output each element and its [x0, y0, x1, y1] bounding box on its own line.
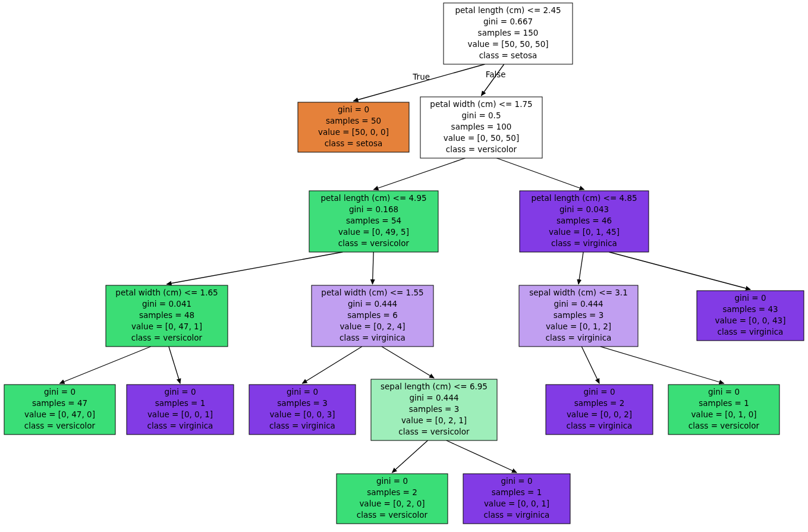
tree-node: sepal length (cm) <= 6.95gini = 0.444sam… [371, 379, 497, 440]
tree-edge [579, 252, 583, 284]
tree-node: petal length (cm) <= 2.45gini = 0.667sam… [444, 3, 573, 64]
tree-node: gini = 0samples = 2value = [0, 0, 2]clas… [546, 385, 653, 435]
tree-edge [60, 347, 151, 383]
tree-edge [373, 252, 374, 284]
tree-edge [447, 440, 517, 473]
tree-edge [303, 347, 362, 383]
tree-edge [374, 158, 466, 190]
edge-label: False [486, 70, 506, 79]
tree-edge [169, 347, 180, 383]
tree-node: petal width (cm) <= 1.75gini = 0.5sample… [420, 97, 542, 158]
tree-edge [496, 158, 584, 190]
tree-node: gini = 0samples = 2value = [0, 2, 0]clas… [337, 474, 448, 524]
tree-edge [392, 440, 428, 473]
tree-edge [601, 347, 724, 383]
tree-node: petal width (cm) <= 1.55gini = 0.444samp… [312, 285, 433, 347]
tree-node: petal width (cm) <= 1.65gini = 0.041samp… [106, 285, 228, 347]
tree-node: petal length (cm) <= 4.85gini = 0.043sam… [520, 191, 649, 252]
tree-edge [167, 252, 343, 284]
tree-node: gini = 0samples = 50value = [50, 0, 0]cl… [298, 102, 409, 152]
tree-edge [581, 347, 599, 383]
tree-node: petal length (cm) <= 4.95gini = 0.168sam… [309, 191, 438, 252]
edge-label: True [412, 72, 430, 81]
tree-node: gini = 0samples = 47value = [0, 47, 0]cl… [4, 385, 115, 435]
decision-tree-diagram: petal length (cm) <= 2.45gini = 0.667sam… [0, 0, 808, 532]
tree-edge [382, 347, 434, 378]
tree-node: sepal width (cm) <= 3.1gini = 0.444sampl… [519, 285, 638, 347]
tree-edge [609, 252, 750, 289]
tree-node: gini = 0samples = 1value = [0, 0, 1]clas… [127, 385, 234, 435]
tree-node: gini = 0samples = 43value = [0, 0, 43]cl… [697, 291, 804, 341]
tree-node: gini = 0samples = 3value = [0, 0, 3]clas… [249, 385, 356, 435]
tree-node: gini = 0samples = 1value = [0, 1, 0]clas… [668, 385, 779, 435]
tree-node: gini = 0samples = 1value = [0, 0, 1]clas… [463, 474, 570, 524]
tree-edge [354, 64, 485, 101]
